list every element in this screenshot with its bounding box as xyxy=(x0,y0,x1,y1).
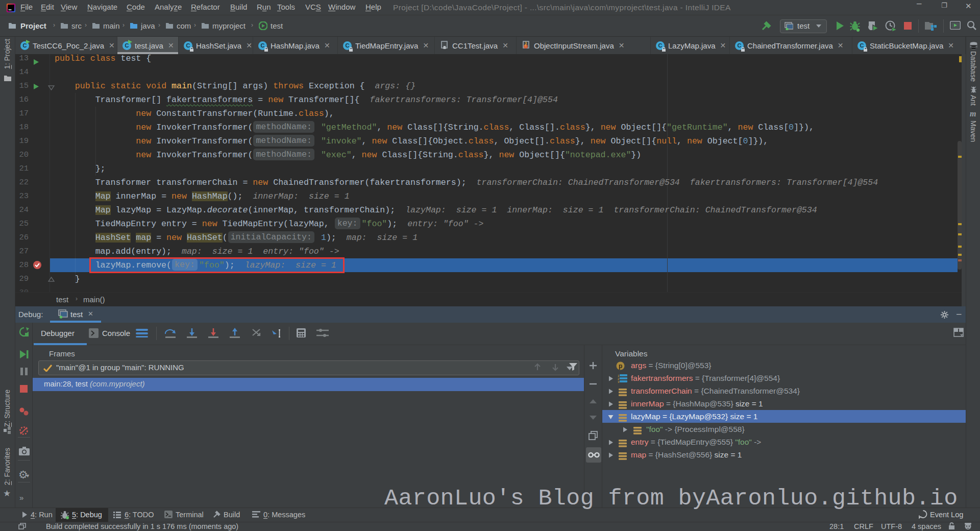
svg-text:3: 3 xyxy=(618,380,620,383)
svg-text:p: p xyxy=(619,363,622,370)
